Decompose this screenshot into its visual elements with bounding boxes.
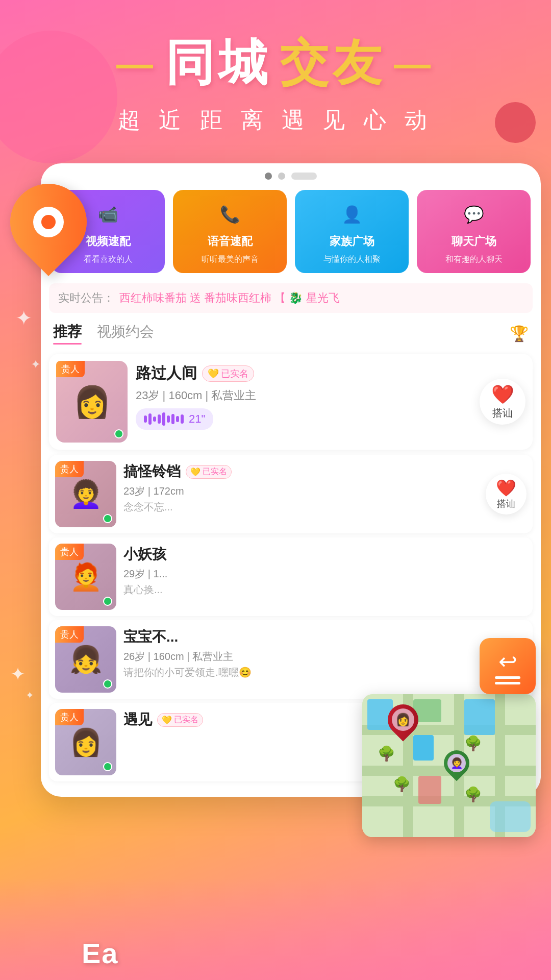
online-dot-1 bbox=[114, 429, 123, 438]
return-btn-overlay[interactable]: ↩ bbox=[480, 638, 536, 694]
wave-6 bbox=[167, 415, 170, 423]
dots-indicator bbox=[41, 163, 541, 185]
verified-badge-2: 💛 已实名 bbox=[186, 465, 232, 479]
feature-voice-match[interactable]: 📞 语音速配 听听最美的声音 bbox=[173, 190, 287, 273]
user-name-row-4: 宝宝不... bbox=[123, 627, 479, 647]
heart-verified-icon-1: 💛 bbox=[208, 368, 219, 379]
dot-2 bbox=[278, 173, 285, 180]
wave-2 bbox=[148, 413, 152, 425]
feature-family-subtitle: 与懂你的人相聚 bbox=[323, 254, 381, 265]
verified-badge-1: 💛 已实名 bbox=[202, 365, 254, 382]
heart-connect-2: ❤️ bbox=[496, 478, 516, 498]
online-dot-5 bbox=[103, 762, 112, 771]
dash-left: — bbox=[116, 43, 157, 85]
tree-1: 🌳 bbox=[378, 745, 395, 762]
phone-icon: 📞 bbox=[216, 200, 244, 229]
feature-chat-plaza[interactable]: 💬 聊天广场 和有趣的人聊天 bbox=[417, 190, 531, 273]
wave-3 bbox=[153, 416, 156, 422]
building-2 bbox=[413, 735, 434, 761]
user-desc-4: 请把你的小可爱领走.嘿嘿😊 bbox=[123, 666, 479, 679]
user-card-2: 贵人 👩‍🦱 搞怪铃铛 💛 已实名 23岁 | 172cm 念念不忘... ❤️… bbox=[49, 455, 533, 533]
user-meta-4: 26岁 | 160cm | 私营业主 bbox=[123, 650, 479, 664]
video-icon: 📹 bbox=[94, 200, 122, 229]
user-meta-3: 29岁 | 1... bbox=[123, 567, 527, 581]
user-avatar-wrap-5: 贵人 👩 bbox=[55, 709, 116, 775]
map-bg: 🌳 🌳 🌳 🌳 👩 👩‍🦱 bbox=[362, 694, 536, 837]
building-4 bbox=[418, 776, 441, 804]
user-desc-3: 真心换... bbox=[123, 583, 527, 597]
map-pin-1: 👩 bbox=[388, 704, 418, 735]
user-info-3: 小妖孩 29岁 | 1... 真心换... bbox=[123, 544, 527, 597]
real-badge-2: 贵人 bbox=[55, 461, 84, 477]
heart-connect-1: ❤️ bbox=[491, 384, 514, 405]
title-part2: 交友 bbox=[280, 31, 386, 97]
user-meta-2: 23岁 | 172cm bbox=[123, 484, 479, 498]
feature-family-plaza[interactable]: 👤 家族广场 与懂你的人相聚 bbox=[295, 190, 409, 273]
user-avatar-wrap-2: 贵人 👩‍🦱 bbox=[55, 461, 116, 527]
user-name-3: 小妖孩 bbox=[123, 545, 166, 564]
user-name-row-1: 路过人间 💛 已实名 bbox=[136, 363, 471, 384]
real-badge-3: 贵人 bbox=[55, 544, 84, 560]
online-dot-2 bbox=[103, 514, 112, 523]
voice-bar-1[interactable]: 21" bbox=[136, 408, 213, 430]
user-name-4: 宝宝不... bbox=[123, 627, 178, 647]
user-info-2: 搞怪铃铛 💛 已实名 23岁 | 172cm 念念不忘... bbox=[123, 461, 479, 514]
user-desc-2: 念念不忘... bbox=[123, 500, 479, 514]
wave-1 bbox=[144, 415, 147, 423]
pin-inner bbox=[27, 201, 70, 244]
connect-btn-1[interactable]: ❤️ 搭讪 bbox=[480, 379, 525, 425]
sparkle-3: ✦ bbox=[10, 664, 26, 685]
user-card-1: 贵人 👩 路过人间 💛 已实名 23岁 | 160cm | 私营业主 bbox=[49, 354, 533, 450]
user-name-1: 路过人间 bbox=[136, 363, 197, 384]
online-dot-3 bbox=[103, 597, 112, 606]
sparkle-1: ✦ bbox=[15, 306, 33, 330]
voice-wave-1 bbox=[144, 412, 184, 426]
wave-4 bbox=[158, 414, 161, 424]
location-pin bbox=[10, 184, 92, 281]
building-3 bbox=[464, 699, 495, 735]
connect-label-2: 搭讪 bbox=[497, 498, 515, 510]
tabs-row: 推荐 视频约会 🏆 bbox=[41, 313, 541, 349]
return-line-1 bbox=[495, 676, 520, 679]
tree-4: 🌳 bbox=[464, 786, 482, 803]
tab-recommend[interactable]: 推荐 bbox=[53, 322, 82, 345]
water-area bbox=[490, 801, 531, 832]
wave-9 bbox=[181, 414, 184, 424]
return-line-2 bbox=[495, 682, 520, 684]
header-section: — 同城 交友 — 超 近 距 离 遇 见 心 动 bbox=[0, 0, 551, 135]
ann-label: 实时公告： bbox=[58, 290, 114, 306]
user-card-3: 贵人 🧑‍🦰 小妖孩 29岁 | 1... 真心换... bbox=[49, 537, 533, 616]
verified-label-5: 已实名 bbox=[174, 715, 198, 725]
user-name-row-2: 搞怪铃铛 💛 已实名 bbox=[123, 462, 479, 481]
connect-btn-2[interactable]: ❤️ 搭讪 bbox=[486, 474, 527, 514]
tree-2: 🌳 bbox=[393, 776, 411, 793]
subtitle: 超 近 距 离 遇 见 心 动 bbox=[0, 105, 551, 135]
user-card-4: 贵人 👧 宝宝不... 26岁 | 160cm | 私营业主 请把你的小可爱领走… bbox=[49, 620, 533, 699]
feature-family-title: 家族广场 bbox=[330, 234, 374, 249]
user-name-row-3: 小妖孩 bbox=[123, 545, 527, 564]
bottom-label-ea: Ea bbox=[82, 937, 119, 970]
user-name-5: 遇见 bbox=[123, 710, 152, 729]
dot-1 bbox=[265, 173, 272, 180]
feature-chat-subtitle: 和有趣的人聊天 bbox=[445, 254, 503, 265]
heart-verified-icon-5: 💛 bbox=[162, 715, 172, 725]
verified-badge-5: 💛 已实名 bbox=[157, 713, 203, 727]
online-dot-4 bbox=[103, 679, 112, 689]
title-part1: 同城 bbox=[165, 31, 271, 97]
return-lines bbox=[495, 676, 520, 684]
feature-video-title: 视频速配 bbox=[86, 234, 131, 249]
user-info-1: 路过人间 💛 已实名 23岁 | 160cm | 私营业主 bbox=[136, 361, 471, 430]
tab-video-date[interactable]: 视频约会 bbox=[97, 322, 154, 345]
feature-chat-title: 聊天广场 bbox=[452, 234, 496, 249]
feature-row: 📹 视频速配 看看喜欢的人 📞 语音速配 听听最美的声音 👤 家族广场 与懂你的… bbox=[41, 185, 541, 283]
ann-text: 西红柿味番茄 送 番茄味西红柿 【 🐉 星光飞 bbox=[119, 290, 340, 306]
map-pin-2: 👩‍🦱 bbox=[444, 750, 469, 776]
return-arrow-icon: ↩ bbox=[498, 648, 517, 674]
tree-3: 🌳 bbox=[464, 735, 482, 752]
sparkle-2: ✦ bbox=[31, 357, 41, 372]
chat-icon: 💬 bbox=[460, 200, 488, 229]
feature-voice-subtitle: 听听最美的声音 bbox=[202, 254, 259, 265]
trophy-icon: 🏆 bbox=[510, 325, 529, 342]
user-info-4: 宝宝不... 26岁 | 160cm | 私营业主 请把你的小可爱领走.嘿嘿😊 bbox=[123, 626, 479, 679]
pin-outer bbox=[0, 168, 103, 276]
